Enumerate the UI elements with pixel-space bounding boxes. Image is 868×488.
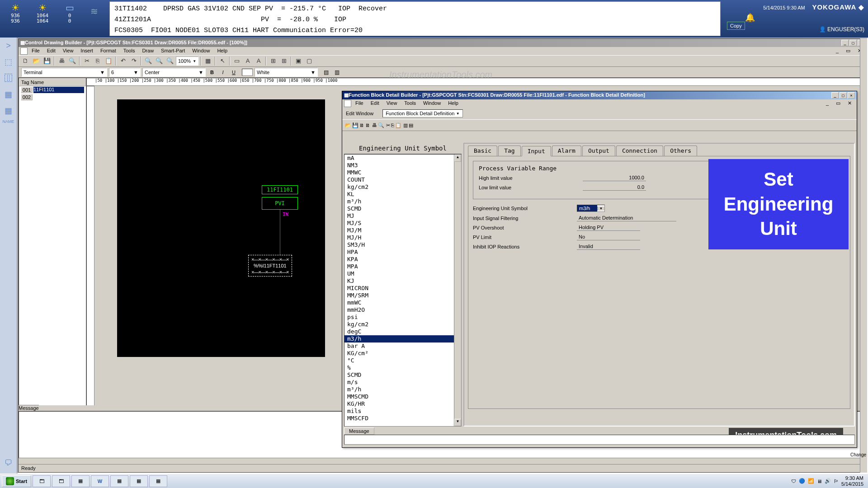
- close-button[interactable]: ✕: [848, 92, 855, 99]
- unit-list-item[interactable]: KG/HR: [344, 400, 461, 408]
- high-limit-value[interactable]: 1000.0: [583, 174, 646, 181]
- taskbar-app[interactable]: ▦: [130, 475, 148, 487]
- doc2-icon[interactable]: 🗎: [365, 122, 370, 128]
- grid-icon[interactable]: ▦: [203, 56, 213, 66]
- unit-list-item[interactable]: UM: [344, 270, 461, 277]
- menu-draw[interactable]: Draw: [139, 47, 157, 55]
- menu-insert[interactable]: Insert: [77, 47, 96, 55]
- align-icon[interactable]: ⊞: [268, 56, 278, 66]
- zoom-in-icon[interactable]: 🔍: [143, 56, 153, 66]
- align2-icon[interactable]: ⊞: [279, 56, 289, 66]
- tab-alarm[interactable]: Alarm: [552, 145, 581, 156]
- taskbar-app[interactable]: W: [91, 475, 109, 487]
- unit-list-item[interactable]: KG/cm²: [344, 350, 461, 357]
- sidebar-icon[interactable]: ⿲: [0, 70, 17, 86]
- alarm-message-area[interactable]: 31TI1402 DPRSD GAS 31V102 CND SEP PV = -…: [109, 1, 721, 36]
- unit-list-item[interactable]: SM3/H: [344, 241, 461, 249]
- doc-icon[interactable]: 🗎: [359, 122, 364, 128]
- text2-icon[interactable]: A: [254, 56, 264, 66]
- tray-icon[interactable]: 🛡: [791, 479, 796, 484]
- text-icon[interactable]: A: [243, 56, 253, 66]
- unit-list-item[interactable]: kg/cm2: [344, 321, 461, 328]
- unit-list[interactable]: mANM3MMWCCOUNTkg/cm2KLm³/hSCMDMJMJ/SMJ/M…: [344, 154, 462, 427]
- mdi-vertical-scrollbar[interactable]: [860, 38, 867, 473]
- tab-others[interactable]: Others: [664, 145, 697, 156]
- underline-button[interactable]: U: [229, 68, 238, 77]
- menu-help[interactable]: Help: [214, 47, 231, 55]
- tray-icon[interactable]: 🔊: [825, 478, 831, 484]
- paste-icon[interactable]: 📋: [395, 122, 401, 128]
- unit-list-item[interactable]: MJ/S: [344, 220, 461, 227]
- unit-list-item[interactable]: mmH2O: [344, 306, 461, 314]
- italic-button[interactable]: I: [218, 68, 227, 77]
- sidebar-icon[interactable]: ▦: [0, 86, 17, 103]
- paste-icon[interactable]: 📋: [104, 56, 113, 66]
- preview-icon[interactable]: 🔍: [67, 56, 77, 66]
- menu-view[interactable]: View: [383, 100, 401, 107]
- menu-file[interactable]: File: [352, 100, 367, 107]
- gauge-3[interactable]: ▭ 0 0: [58, 2, 81, 35]
- bell-icon[interactable]: 🔔: [745, 13, 755, 22]
- unit-list-item[interactable]: mA: [344, 155, 461, 162]
- fbd-titlebar[interactable]: ▦ Function Block Detail Builder - [Pjt:G…: [342, 91, 857, 99]
- unit-list-item[interactable]: MM/SRM: [344, 292, 461, 299]
- menu-tools[interactable]: Tools: [401, 100, 419, 107]
- block-icon[interactable]: ▭: [232, 56, 242, 66]
- menu-file[interactable]: File: [28, 47, 43, 55]
- unit-list-item[interactable]: MMSCFD: [344, 415, 461, 422]
- ungroup-icon[interactable]: ▢: [304, 56, 314, 66]
- layer-icon[interactable]: ▤: [321, 68, 330, 77]
- save-icon[interactable]: 💾: [42, 56, 52, 66]
- unit-list-item[interactable]: HPA: [344, 249, 461, 256]
- unit-list-item[interactable]: MJ/H: [344, 234, 461, 241]
- pvl-value[interactable]: No: [577, 234, 640, 240]
- zoom-out-icon[interactable]: 🔍: [154, 56, 164, 66]
- copy-button[interactable]: Copy: [727, 22, 745, 30]
- function-block-type[interactable]: PVI: [262, 197, 298, 210]
- taglist-row[interactable]: 002: [19, 94, 86, 101]
- unit-list-item[interactable]: MMSCMD: [344, 393, 461, 400]
- menu-window[interactable]: Window: [420, 100, 444, 107]
- mdi-minimize-button[interactable]: _: [833, 47, 842, 55]
- start-button[interactable]: Start: [2, 475, 31, 487]
- mdi-restore-button[interactable]: ▭: [833, 100, 844, 107]
- iir-value[interactable]: Invalid: [577, 243, 640, 250]
- function-block-tag[interactable]: 11FI1101: [262, 185, 298, 194]
- unit-list-item[interactable]: MPA: [344, 263, 461, 270]
- tag-list-panel[interactable]: Tag Name 00111FI1101 002: [19, 78, 86, 453]
- tab-connection[interactable]: Connection: [616, 145, 663, 156]
- mdi-minimize-button[interactable]: _: [823, 100, 832, 107]
- unit-list-item[interactable]: psi: [344, 314, 461, 321]
- io-terminal-block[interactable]: ×—×—×—×—×—×%%I11FT1101×—×—×—×—×—×: [248, 255, 292, 277]
- print-icon[interactable]: 🖶: [57, 56, 66, 66]
- zoom-fit-icon[interactable]: 🔍: [165, 56, 175, 66]
- unit-list-item[interactable]: KJ: [344, 277, 461, 285]
- eus-combo[interactable]: m3/h▼: [577, 205, 605, 212]
- mdi-doc-icon[interactable]: [20, 47, 28, 55]
- message-tab[interactable]: Message: [344, 427, 374, 435]
- sidebar-icon[interactable]: ⬚: [0, 54, 17, 70]
- mdi-restore-button[interactable]: ▭: [843, 47, 854, 55]
- unit-list-item[interactable]: MICRON: [344, 285, 461, 292]
- tab-input[interactable]: Input: [522, 146, 551, 156]
- drawing-canvas[interactable]: 11FI1101 PVI IN ×—×—×—×—×—×%%I11FT1101×—…: [117, 99, 325, 357]
- tray-icon[interactable]: 🔵: [799, 478, 805, 484]
- menu-view[interactable]: View: [60, 47, 77, 55]
- unit-list-item[interactable]: SCMD: [344, 371, 461, 379]
- unit-list-item[interactable]: MMWC: [344, 169, 461, 176]
- unit-scrollbar[interactable]: ▲ ▼: [454, 155, 461, 426]
- cut-icon[interactable]: ✂: [386, 122, 390, 128]
- unit-list-item[interactable]: %: [344, 364, 461, 371]
- maximize-button[interactable]: ▢: [849, 40, 857, 46]
- taglist-row[interactable]: 00111FI1101: [19, 86, 86, 94]
- new-icon[interactable]: 🗋: [20, 56, 30, 66]
- preview-icon[interactable]: 🔍: [378, 122, 384, 128]
- unit-list-item[interactable]: NM3: [344, 162, 461, 169]
- tray-clock[interactable]: 9:30 AM 5/14/2015: [841, 475, 863, 486]
- menu-help[interactable]: Help: [445, 100, 462, 107]
- menu-smartpart[interactable]: Smart-Part: [158, 47, 188, 55]
- isf-value[interactable]: Automatic Determination: [577, 215, 676, 221]
- tray-icon[interactable]: 🏳: [834, 479, 839, 484]
- open-icon[interactable]: 📂: [31, 56, 41, 66]
- user-badge[interactable]: 👤 ENGUSER(S3): [819, 23, 864, 33]
